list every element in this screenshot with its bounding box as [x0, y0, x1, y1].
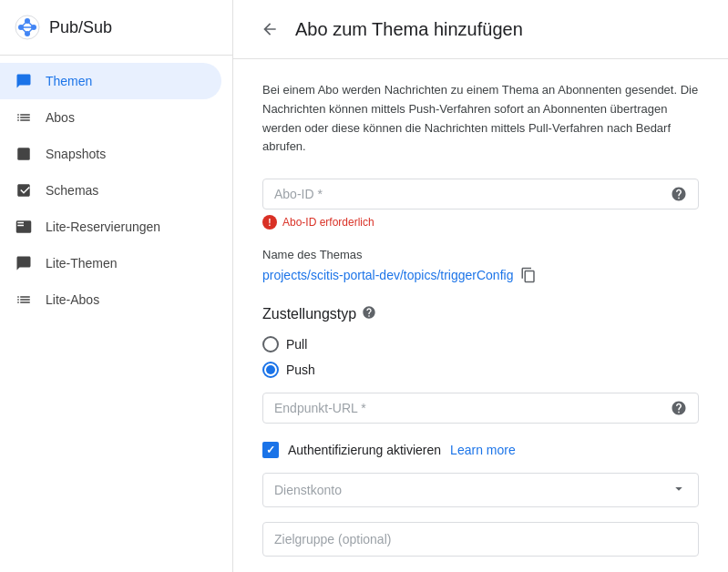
radio-group: Pull Push — [262, 336, 699, 378]
auth-checkbox[interactable]: ✓ — [262, 442, 279, 458]
sidebar-item-schemas[interactable]: Schemas — [0, 172, 221, 209]
delivery-title: Zustellungstyp — [262, 305, 699, 323]
delivery-section: Zustellungstyp Pull Push — [262, 305, 699, 557]
abo-id-input[interactable] — [274, 187, 661, 201]
error-text: Abo-ID erforderlich — [282, 216, 374, 229]
pubsub-logo — [15, 15, 40, 40]
topic-name-group: Name des Themas projects/scitis-portal-d… — [262, 248, 699, 283]
form-body: Bei einem Abo werden Nachrichten zu eine… — [233, 59, 728, 572]
sidebar-label-abos: Abos — [46, 110, 75, 125]
sidebar-label-lite-res: Lite-Reservierungen — [46, 220, 160, 234]
sidebar-header: Pub/Sub — [0, 0, 232, 56]
sidebar-nav: Themen Abos Snapshots Schemas — [0, 56, 232, 572]
abos-icon — [15, 108, 33, 127]
themen-icon — [15, 72, 33, 90]
sidebar-item-snapshots[interactable]: Snapshots — [0, 136, 221, 172]
audience-input[interactable] — [274, 532, 687, 546]
abo-id-wrapper[interactable] — [262, 179, 699, 209]
service-account-select[interactable]: Dienstkonto — [262, 473, 699, 507]
page-header: Abo zum Thema hinzufügen — [233, 0, 728, 59]
sidebar-item-lite-themen[interactable]: Lite-Themen — [0, 245, 221, 281]
copy-icon[interactable] — [520, 267, 537, 283]
sidebar-item-lite-abos[interactable]: Lite-Abos — [0, 281, 221, 318]
delivery-help-icon[interactable] — [362, 305, 376, 323]
radio-push-label: Push — [286, 363, 315, 377]
service-account-placeholder: Dienstkonto — [274, 483, 342, 497]
sidebar-item-lite-reservierungen[interactable]: Lite-Reservierungen — [0, 209, 221, 245]
topic-value-text: projects/scitis-portal-dev/topics/trigge… — [262, 268, 513, 282]
schemas-icon — [15, 181, 33, 199]
abo-id-error: ! Abo-ID erforderlich — [262, 215, 699, 230]
endpoint-wrapper[interactable] — [262, 393, 699, 424]
checkmark: ✓ — [266, 444, 275, 456]
learn-more-link[interactable]: Learn more — [450, 443, 516, 457]
sidebar-label-schemas: Schemas — [46, 183, 98, 198]
audience-wrapper[interactable] — [262, 522, 699, 557]
delivery-title-text: Zustellungstyp — [262, 306, 356, 322]
topic-label: Name des Themas — [262, 248, 699, 261]
lite-themen-icon — [15, 254, 33, 272]
error-icon: ! — [262, 215, 277, 230]
sidebar-item-themen[interactable]: Themen — [0, 63, 221, 99]
lite-abos-icon — [15, 291, 33, 309]
radio-push[interactable]: Push — [262, 362, 699, 378]
sidebar-label-lite-abos: Lite-Abos — [46, 292, 99, 307]
sidebar: Pub/Sub Themen Abos Snapshots — [0, 0, 233, 572]
sidebar-label-snapshots: Snapshots — [46, 147, 106, 161]
radio-push-circle — [262, 362, 279, 378]
endpoint-help-icon[interactable] — [671, 400, 687, 416]
sidebar-label-themen: Themen — [46, 74, 92, 88]
abo-id-help-icon[interactable] — [671, 186, 687, 202]
page-title: Abo zum Thema hinzufügen — [295, 19, 523, 40]
radio-pull[interactable]: Pull — [262, 336, 699, 352]
sidebar-title: Pub/Sub — [49, 18, 112, 37]
sidebar-label-lite-themen: Lite-Themen — [46, 256, 118, 271]
radio-pull-circle — [262, 336, 279, 352]
endpoint-group — [262, 393, 699, 424]
topic-value-row: projects/scitis-portal-dev/topics/trigge… — [262, 267, 699, 283]
page-description: Bei einem Abo werden Nachrichten zu eine… — [262, 81, 699, 157]
lite-res-icon — [15, 218, 33, 236]
auth-row: ✓ Authentifizierung aktivieren Learn mor… — [262, 442, 699, 458]
endpoint-input[interactable] — [274, 401, 661, 415]
svg-rect-10 — [17, 148, 30, 160]
main-content: Abo zum Thema hinzufügen Bei einem Abo w… — [233, 0, 728, 572]
radio-pull-label: Pull — [286, 337, 307, 352]
auth-label: Authentifizierung aktivieren — [288, 443, 441, 457]
dropdown-arrow-icon — [671, 481, 687, 500]
sidebar-item-abos[interactable]: Abos — [0, 99, 221, 136]
snapshots-icon — [15, 145, 33, 163]
back-button[interactable] — [255, 15, 284, 44]
abo-id-group: ! Abo-ID erforderlich — [262, 179, 699, 230]
